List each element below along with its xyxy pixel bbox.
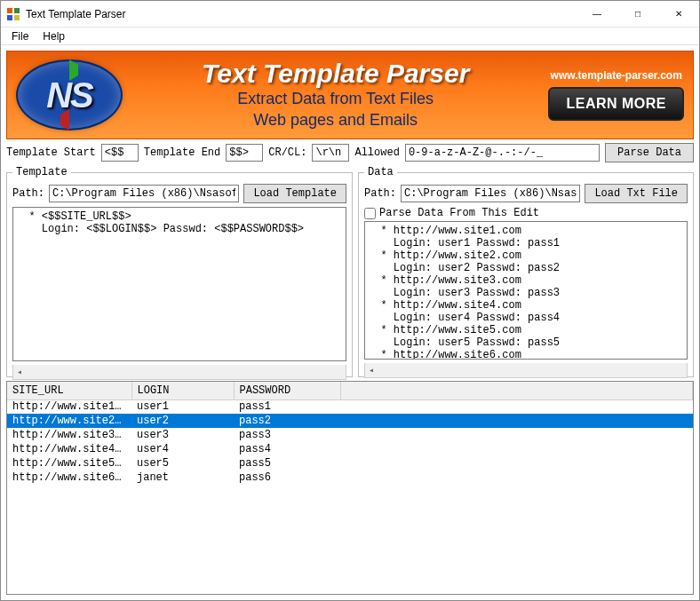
menu-file[interactable]: File bbox=[4, 28, 36, 44]
banner-subtitle-2: Web pages and Emails bbox=[133, 110, 537, 130]
svg-rect-0 bbox=[7, 8, 12, 13]
template-start-label: Template Start bbox=[6, 146, 96, 159]
cell-spacer bbox=[340, 442, 693, 456]
minimize-button[interactable]: — bbox=[577, 1, 617, 28]
template-hscroll[interactable] bbox=[12, 365, 346, 380]
template-path-label: Path: bbox=[12, 187, 44, 200]
window-title: Text Template Parser bbox=[26, 8, 577, 20]
cell-spacer bbox=[340, 428, 693, 442]
params-row: Template Start Template End CR/CL: Allow… bbox=[6, 143, 694, 162]
banner-title: Text Template Parser bbox=[133, 60, 537, 87]
template-textarea[interactable] bbox=[12, 207, 346, 361]
allowed-input[interactable] bbox=[405, 144, 600, 162]
cell-pass: pass3 bbox=[234, 428, 340, 442]
cell-site: http://www.site1... bbox=[7, 399, 131, 414]
app-icon bbox=[6, 7, 20, 21]
app-window: Text Template Parser — □ ✕ File Help NS … bbox=[0, 0, 700, 601]
template-end-label: Template End bbox=[144, 146, 220, 159]
parse-from-edit-label[interactable]: Parse Data From This Edit bbox=[364, 207, 688, 219]
load-txt-file-button[interactable]: Load Txt File bbox=[585, 184, 688, 203]
table-row[interactable]: http://www.site1...user1pass1 bbox=[7, 399, 693, 414]
banner-right: www.template-parser.com LEARN MORE bbox=[548, 69, 684, 121]
panels: Template Path: Load Template Data Path: … bbox=[6, 166, 694, 377]
data-path-row: Path: Load Txt File bbox=[364, 184, 688, 203]
banner-text: Text Template Parser Extract Data from T… bbox=[133, 60, 537, 130]
learn-more-button[interactable]: LEARN MORE bbox=[548, 87, 684, 121]
cell-login: user3 bbox=[131, 428, 234, 442]
cell-pass: pass6 bbox=[234, 471, 340, 485]
cell-login: user5 bbox=[131, 456, 234, 471]
data-panel: Data Path: Load Txt File Parse Data From… bbox=[358, 166, 694, 377]
maximize-button[interactable]: □ bbox=[617, 1, 658, 28]
logo-text: NS bbox=[46, 75, 92, 115]
allowed-label: Allowed bbox=[354, 146, 399, 159]
data-textarea[interactable] bbox=[364, 221, 688, 360]
cell-spacer bbox=[340, 471, 693, 485]
template-path-row: Path: Load Template bbox=[12, 184, 346, 203]
cell-pass: pass4 bbox=[234, 442, 340, 456]
cell-site: http://www.site3... bbox=[7, 428, 131, 442]
header-site-url[interactable]: SITE_URL bbox=[7, 382, 131, 399]
banner-subtitle-1: Extract Data from Text Files bbox=[133, 89, 537, 109]
cell-pass: pass2 bbox=[234, 414, 340, 428]
cell-site: http://www.site4... bbox=[7, 442, 131, 456]
data-path-input[interactable] bbox=[401, 185, 580, 202]
cell-site: http://www.site5... bbox=[7, 456, 131, 471]
cell-site: http://www.site6... bbox=[7, 471, 131, 485]
load-template-button[interactable]: Load Template bbox=[243, 184, 346, 203]
data-legend: Data bbox=[364, 166, 397, 178]
table-row[interactable]: http://www.site5...user5pass5 bbox=[7, 456, 693, 471]
data-path-label: Path: bbox=[364, 187, 396, 200]
menubar: File Help bbox=[1, 28, 699, 45]
table-row[interactable]: http://www.site4...user4pass4 bbox=[7, 442, 693, 456]
close-button[interactable]: ✕ bbox=[658, 1, 699, 28]
svg-rect-2 bbox=[7, 15, 12, 20]
svg-rect-1 bbox=[14, 8, 20, 13]
template-end-input[interactable] bbox=[226, 144, 263, 162]
cell-spacer bbox=[340, 456, 693, 471]
template-legend: Template bbox=[12, 166, 71, 178]
cell-spacer bbox=[340, 399, 693, 414]
parse-from-edit-text: Parse Data From This Edit bbox=[379, 207, 539, 219]
table-row[interactable]: http://www.site6...janetpass6 bbox=[7, 471, 693, 485]
parse-data-button[interactable]: Parse Data bbox=[605, 143, 694, 162]
titlebar: Text Template Parser — □ ✕ bbox=[1, 1, 699, 28]
table-row[interactable]: http://www.site2...user2pass2 bbox=[7, 414, 693, 428]
crcl-input[interactable] bbox=[312, 144, 349, 162]
cell-login: user1 bbox=[131, 399, 234, 414]
cell-pass: pass5 bbox=[234, 456, 340, 471]
cell-login: user2 bbox=[131, 414, 234, 428]
results-header-row: SITE_URL LOGIN PASSWORD bbox=[7, 382, 693, 399]
window-controls: — □ ✕ bbox=[577, 1, 699, 28]
parse-from-edit-checkbox[interactable] bbox=[364, 208, 376, 219]
banner: NS Text Template Parser Extract Data fro… bbox=[6, 51, 694, 139]
crcl-label: CR/CL: bbox=[268, 146, 306, 159]
template-panel: Template Path: Load Template bbox=[6, 166, 353, 377]
cell-pass: pass1 bbox=[234, 399, 340, 414]
banner-url: www.template-parser.com bbox=[551, 69, 682, 82]
content-area: NS Text Template Parser Extract Data fro… bbox=[1, 45, 699, 600]
data-hscroll[interactable] bbox=[364, 363, 688, 378]
logo-icon: NS bbox=[16, 59, 123, 130]
cell-spacer bbox=[340, 414, 693, 428]
template-start-input[interactable] bbox=[101, 144, 139, 162]
menu-help[interactable]: Help bbox=[36, 28, 72, 44]
cell-login: janet bbox=[131, 471, 234, 485]
header-spacer bbox=[340, 382, 693, 399]
template-path-input[interactable] bbox=[49, 185, 239, 202]
table-row[interactable]: http://www.site3...user3pass3 bbox=[7, 428, 693, 442]
svg-rect-3 bbox=[14, 15, 20, 20]
header-password[interactable]: PASSWORD bbox=[234, 382, 340, 399]
header-login[interactable]: LOGIN bbox=[131, 382, 234, 399]
cell-site: http://www.site2... bbox=[7, 414, 131, 428]
results-table-container[interactable]: SITE_URL LOGIN PASSWORD http://www.site1… bbox=[6, 381, 694, 595]
results-table: SITE_URL LOGIN PASSWORD http://www.site1… bbox=[7, 382, 693, 485]
cell-login: user4 bbox=[131, 442, 234, 456]
